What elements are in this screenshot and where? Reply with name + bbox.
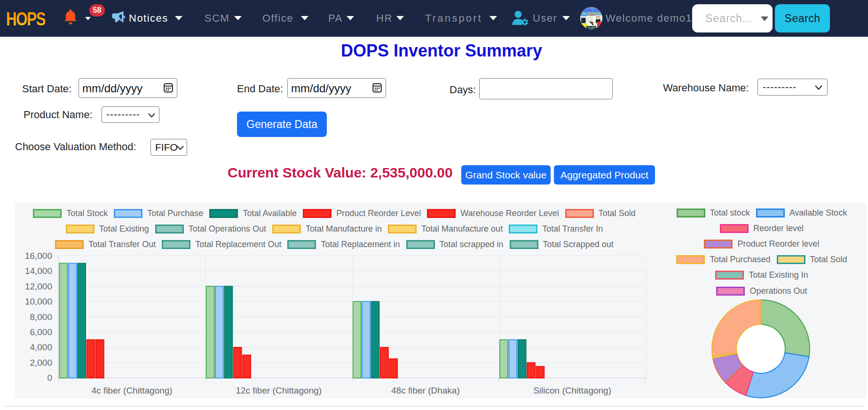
- svg-text:4c fiber (Chittagong): 4c fiber (Chittagong): [92, 386, 173, 395]
- svg-text:0: 0: [47, 373, 52, 383]
- svg-text:12c fiber (Chittagong): 12c fiber (Chittagong): [236, 386, 322, 395]
- svg-text:12,000: 12,000: [25, 281, 52, 291]
- svg-text:6,000: 6,000: [30, 327, 52, 337]
- svg-text:Silicon (Chittagong): Silicon (Chittagong): [533, 386, 611, 395]
- svg-text:8,000: 8,000: [30, 312, 52, 322]
- svg-text:48c fiber (Dhaka): 48c fiber (Dhaka): [391, 386, 460, 395]
- svg-text:16,000: 16,000: [25, 251, 52, 261]
- svg-text:4,000: 4,000: [30, 342, 52, 352]
- svg-text:14,000: 14,000: [25, 266, 52, 276]
- svg-text:10,000: 10,000: [25, 297, 52, 306]
- svg-text:2,000: 2,000: [30, 358, 52, 368]
